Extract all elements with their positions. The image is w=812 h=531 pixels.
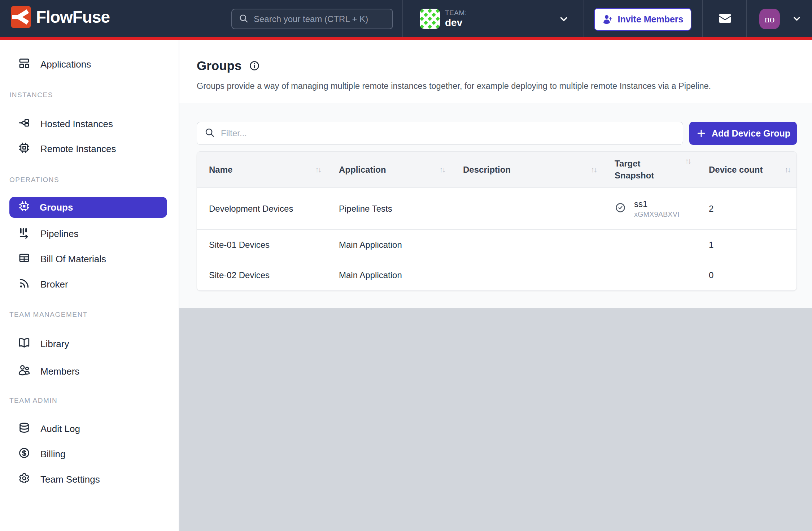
- sidebar-section-instances: INSTANCES: [9, 91, 53, 99]
- applications-icon: [18, 57, 30, 72]
- chevron-down-icon: [792, 14, 802, 25]
- team-search-input[interactable]: [254, 14, 386, 24]
- sidebar-item-label: Team Settings: [40, 474, 100, 485]
- user-menu[interactable]: no: [754, 0, 812, 37]
- cell-name: Development Devices: [197, 188, 327, 229]
- filter-row: Add Device Group: [197, 122, 797, 145]
- invite-members-label: Invite Members: [617, 14, 683, 25]
- header-accent-line: [0, 37, 812, 40]
- column-header-target-snapshot[interactable]: Target Snapshot ↑↓: [603, 152, 697, 187]
- sort-icon: ↑↓: [685, 157, 690, 165]
- sidebar-item-library[interactable]: Library: [0, 336, 179, 352]
- sidebar-section-operations: OPERATIONS: [9, 176, 59, 184]
- notifications-button[interactable]: [711, 8, 739, 30]
- chevron-down-icon: [558, 14, 569, 26]
- snapshot-id: xGMX9ABXVI: [634, 210, 680, 219]
- cell-target-snapshot: [603, 260, 697, 290]
- table-row[interactable]: Site-02 Devices Main Application 0: [197, 260, 796, 290]
- column-header-name[interactable]: Name ↑↓: [197, 152, 327, 187]
- page-title-row: Groups: [197, 59, 260, 73]
- cpu-chip-icon: [18, 142, 30, 156]
- sidebar-item-label: Applications: [40, 59, 91, 70]
- cell-device-count: 0: [697, 260, 796, 290]
- column-header-description[interactable]: Description ↑↓: [451, 152, 603, 187]
- user-plus-icon: [602, 14, 613, 25]
- column-header-device-count[interactable]: Device count ↑↓: [697, 152, 796, 187]
- content-background: [179, 308, 812, 531]
- sidebar-item-label: Hosted Instances: [40, 118, 113, 130]
- filter-input[interactable]: [221, 128, 676, 138]
- sidebar-section-team-admin: TEAM ADMIN: [9, 397, 57, 405]
- cell-description: [451, 230, 603, 260]
- cell-application: Main Application: [327, 260, 451, 290]
- sidebar-item-pipelines[interactable]: Pipelines: [0, 226, 179, 242]
- flowfuse-app: FlowFuse: [0, 0, 812, 531]
- top-navbar: FlowFuse: [0, 0, 812, 37]
- filter-box: [197, 122, 683, 145]
- sidebar-item-label: Audit Log: [40, 423, 80, 435]
- sidebar-item-billing[interactable]: Billing: [0, 446, 179, 462]
- cell-application: Pipeline Tests: [327, 188, 451, 229]
- cell-target-snapshot: ss1 xGMX9ABXVI: [603, 188, 697, 229]
- search-icon: [204, 127, 215, 139]
- team-search: [231, 9, 393, 29]
- sidebar-item-label: Bill Of Materials: [40, 254, 106, 265]
- search-icon: [239, 13, 249, 25]
- sidebar-item-bill-of-materials[interactable]: Bill Of Materials: [0, 251, 179, 267]
- sidebar-item-remote-instances[interactable]: Remote Instances: [0, 141, 179, 157]
- device-groups-table: Name ↑↓ Application ↑↓ Description ↑↓ Ta…: [197, 151, 797, 291]
- header-divider: [584, 0, 584, 37]
- sidebar-item-team-settings[interactable]: Team Settings: [0, 471, 179, 487]
- sidebar-item-groups[interactable]: Groups: [9, 197, 167, 218]
- envelope-icon: [717, 12, 733, 27]
- sort-icon: ↑↓: [785, 165, 790, 174]
- table-header-row: Name ↑↓ Application ↑↓ Description ↑↓ Ta…: [197, 152, 796, 188]
- sidebar-item-applications[interactable]: Applications: [0, 56, 179, 72]
- add-device-group-button[interactable]: Add Device Group: [689, 122, 797, 145]
- add-device-group-label: Add Device Group: [712, 128, 790, 139]
- sidebar-item-label: Broker: [40, 279, 68, 290]
- info-icon[interactable]: [249, 60, 260, 72]
- cell-description: [451, 188, 603, 229]
- users-icon: [18, 364, 30, 379]
- table-row[interactable]: Site-01 Devices Main Application 1: [197, 230, 796, 260]
- team-name: dev: [445, 17, 462, 29]
- page-description: Groups provide a way of managing multipl…: [197, 81, 711, 91]
- invite-members-button[interactable]: Invite Members: [594, 8, 691, 31]
- hosted-instances-icon: [18, 117, 30, 131]
- team-avatar: [420, 9, 440, 29]
- column-header-application[interactable]: Application ↑↓: [327, 152, 451, 187]
- cell-target-snapshot: [603, 230, 697, 260]
- book-open-icon: [18, 337, 30, 351]
- pipelines-icon: [18, 226, 30, 241]
- team-selector[interactable]: TEAM: dev: [402, 0, 584, 37]
- brand-title: FlowFuse: [36, 7, 110, 27]
- cell-name: Site-01 Devices: [197, 230, 327, 260]
- cell-description: [451, 260, 603, 290]
- header-divider: [746, 0, 747, 37]
- check-circle-icon: [615, 202, 626, 216]
- currency-dollar-icon: [18, 447, 30, 462]
- sort-icon: ↑↓: [439, 165, 445, 174]
- sidebar-item-label: Groups: [40, 202, 73, 213]
- team-label: TEAM:: [445, 9, 467, 17]
- user-avatar: no: [759, 9, 780, 29]
- sidebar-item-label: Remote Instances: [40, 143, 116, 155]
- sidebar-item-hosted-instances[interactable]: Hosted Instances: [0, 116, 179, 132]
- gear-icon: [18, 472, 30, 487]
- sidebar-item-label: Library: [40, 338, 69, 350]
- flowfuse-logo-icon: [11, 5, 31, 29]
- sidebar-item-label: Billing: [40, 449, 65, 460]
- sidebar-item-label: Pipelines: [40, 228, 79, 239]
- sidebar-item-audit-log[interactable]: Audit Log: [0, 421, 179, 437]
- sidebar-item-members[interactable]: Members: [0, 363, 179, 379]
- sidebar-item-broker[interactable]: Broker: [0, 276, 179, 292]
- cell-application: Main Application: [327, 230, 451, 260]
- flowfuse-logo[interactable]: FlowFuse: [11, 5, 110, 29]
- table-row[interactable]: Development Devices Pipeline Tests ss1 x…: [197, 188, 796, 230]
- cell-name: Site-02 Devices: [197, 260, 327, 290]
- main-content: Groups Groups provide a way of managing …: [179, 40, 812, 531]
- snapshot-name: ss1: [634, 199, 680, 209]
- sort-icon: ↑↓: [315, 165, 320, 174]
- rss-icon: [18, 277, 30, 292]
